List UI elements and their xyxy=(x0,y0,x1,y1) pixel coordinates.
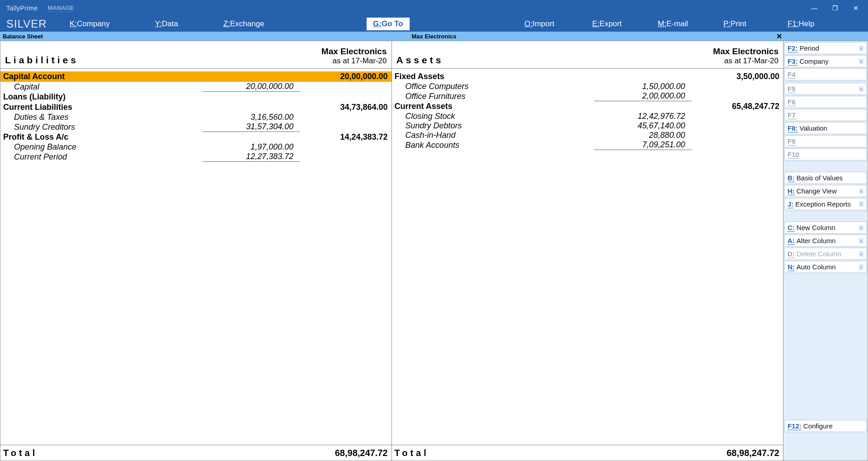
restore-icon[interactable]: ❐ xyxy=(825,1,845,15)
liab-company: Max Electronics xyxy=(321,47,387,56)
chevron-left-icon: ‹ xyxy=(859,264,863,270)
side-h-changeview[interactable]: H:Change View‹ xyxy=(784,185,867,197)
ledger-row[interactable]: Current Period12,27,383.72 xyxy=(0,152,392,162)
ledger-value: 20,00,000.00 xyxy=(203,82,300,92)
context-close-icon[interactable]: ✕ xyxy=(776,32,782,41)
side-f12-configure[interactable]: F12:Configure xyxy=(784,420,867,432)
chevron-left-icon: ‹ xyxy=(859,251,863,257)
side-n-autocol[interactable]: N:Auto Column‹ xyxy=(784,261,867,273)
group-total: 14,24,383.72 xyxy=(303,132,387,142)
balance-sheet-report: Liabilities Max Electronics as at 17-Mar… xyxy=(0,41,783,461)
menu-export[interactable]: E:Export xyxy=(592,19,622,28)
group-name: Loans (Liability) xyxy=(3,92,207,102)
group-name: Capital Account xyxy=(3,72,207,81)
ledger-row[interactable]: Capital20,00,000.00 xyxy=(0,82,392,92)
titlebar: TallyPrime MANAGE ― ❐ ✕ xyxy=(0,0,868,16)
ledger-name: Office Furnitures xyxy=(406,92,594,101)
group-total: 34,73,864.00 xyxy=(303,103,387,112)
liabilities-column: Capital Account20,00,000.00Capital20,00,… xyxy=(0,69,392,445)
report-header: Liabilities Max Electronics as at 17-Mar… xyxy=(0,41,783,69)
assets-total-value: 68,98,247.72 xyxy=(726,448,779,458)
context-company: Max Electronics xyxy=(412,33,457,40)
liab-total-value: 68,98,247.72 xyxy=(335,448,388,458)
assets-column: Fixed Assets3,50,000.00Office Computers1… xyxy=(392,69,783,445)
chevron-left-icon: ‹ xyxy=(859,238,863,244)
ledger-value: 1,50,000.00 xyxy=(594,82,691,91)
work-area: Liabilities Max Electronics as at 17-Mar… xyxy=(0,41,868,461)
group-row[interactable]: Current Assets65,48,247.72 xyxy=(392,101,783,112)
ledger-name: Capital xyxy=(14,82,203,92)
menu-goto[interactable]: G:Go To xyxy=(366,17,410,31)
chevron-left-icon: ‹ xyxy=(859,225,863,230)
liab-asat: as at 17-Mar-20 xyxy=(321,56,387,66)
assets-company: Max Electronics xyxy=(713,47,778,56)
menu-data[interactable]: Y:Data xyxy=(155,19,178,28)
group-name: Profit & Loss A/c xyxy=(3,132,207,142)
ledger-value: 45,67,140.00 xyxy=(594,121,691,131)
assets-title: Assets xyxy=(396,44,444,66)
chevron-left-icon: ‹ xyxy=(859,59,863,64)
menubar: SILVER K:Company Y:Data Z:Exchange G:Go … xyxy=(0,16,868,32)
ledger-row[interactable]: Sundry Debtors45,67,140.00 xyxy=(392,121,783,131)
ledger-name: Cash-in-Hand xyxy=(406,131,594,140)
chevron-left-icon: ‹ xyxy=(859,201,863,207)
ledger-name: Office Computers xyxy=(406,82,594,91)
brand-sub: SILVER xyxy=(6,18,56,30)
group-name: Fixed Assets xyxy=(395,72,599,81)
menu-exchange[interactable]: Z:Exchange xyxy=(223,19,264,28)
side-f5[interactable]: F5‹ xyxy=(784,83,867,95)
context-strip: Balance Sheet Max Electronics ✕ xyxy=(0,32,868,41)
menu-email[interactable]: M:E-mail xyxy=(658,19,688,28)
group-row[interactable]: Loans (Liability) xyxy=(0,92,392,102)
side-panel: F2:Period‹ F3:Company‹ F4 F5‹ F6 F7 F8:V… xyxy=(783,41,868,461)
side-f2-period[interactable]: F2:Period‹ xyxy=(784,42,867,54)
ledger-row[interactable]: Sundry Creditors31,57,304.00 xyxy=(0,122,392,132)
ledger-value: 28,880.00 xyxy=(594,131,691,140)
side-c-newcol[interactable]: C:New Column‹ xyxy=(784,221,867,234)
chevron-left-icon: ‹ xyxy=(859,188,863,194)
group-row[interactable]: Current Liabilities34,73,864.00 xyxy=(0,102,392,113)
ledger-value: 1,97,000.00 xyxy=(203,142,300,152)
ledger-name: Duties & Taxes xyxy=(14,113,203,122)
ledger-row[interactable]: Cash-in-Hand28,880.00 xyxy=(392,131,783,140)
menu-import[interactable]: O:Import xyxy=(524,19,554,28)
window-controls: ― ❐ ✕ xyxy=(804,1,866,15)
screen-name: Balance Sheet xyxy=(0,33,43,40)
minimize-icon[interactable]: ― xyxy=(804,1,825,15)
group-total: 3,50,000.00 xyxy=(695,72,779,81)
ledger-row[interactable]: Office Furnitures2,00,000.00 xyxy=(392,91,783,101)
side-f10: F10 xyxy=(784,148,867,160)
group-row[interactable]: Capital Account20,00,000.00 xyxy=(0,71,392,82)
group-row[interactable]: Profit & Loss A/c14,24,383.72 xyxy=(0,132,392,142)
side-a-altercol[interactable]: A:Alter Column‹ xyxy=(784,235,867,247)
group-name: Current Liabilities xyxy=(3,103,207,112)
menu-print[interactable]: P:Print xyxy=(723,19,746,28)
menu-company[interactable]: K:Company xyxy=(70,19,110,28)
ledger-row[interactable]: Office Computers1,50,000.00 xyxy=(392,82,783,91)
manage-link[interactable]: MANAGE xyxy=(48,5,74,12)
totals-row: Total 68,98,247.72 Total 68,98,247.72 xyxy=(0,445,783,461)
side-f3-company[interactable]: F3:Company‹ xyxy=(784,55,867,67)
ledger-row[interactable]: Bank Accounts7,09,251.00 xyxy=(392,140,783,150)
group-total: 65,48,247.72 xyxy=(695,102,779,111)
ledger-name: Opening Balance xyxy=(14,142,203,152)
side-f9: F9 xyxy=(784,135,867,147)
side-f8-valuation[interactable]: F8:Valuation xyxy=(784,122,867,134)
ledger-value: 31,57,304.00 xyxy=(203,122,300,132)
close-icon[interactable]: ✕ xyxy=(845,1,866,15)
side-j-exception[interactable]: J:Exception Reports‹ xyxy=(784,198,867,210)
group-row[interactable]: Fixed Assets3,50,000.00 xyxy=(392,71,783,82)
ledger-row[interactable]: Opening Balance1,97,000.00 xyxy=(0,142,392,152)
side-f6: F6 xyxy=(784,96,867,108)
side-b-basis[interactable]: B:Basis of Values xyxy=(784,172,867,184)
ledger-row[interactable]: Closing Stock12,42,976.72 xyxy=(392,112,783,121)
side-f7: F7 xyxy=(784,109,867,121)
ledger-row[interactable]: Duties & Taxes3,16,560.00 xyxy=(0,113,392,122)
ledger-value: 3,16,560.00 xyxy=(203,113,300,122)
assets-asat: as at 17-Mar-20 xyxy=(713,56,778,66)
menu-help[interactable]: F1:Help xyxy=(788,19,815,28)
ledger-name: Closing Stock xyxy=(406,112,594,121)
side-f4: F4 xyxy=(784,68,867,80)
chevron-left-icon: ‹ xyxy=(859,86,863,92)
side-d-deletecol: D:Delete Column‹ xyxy=(784,248,867,260)
